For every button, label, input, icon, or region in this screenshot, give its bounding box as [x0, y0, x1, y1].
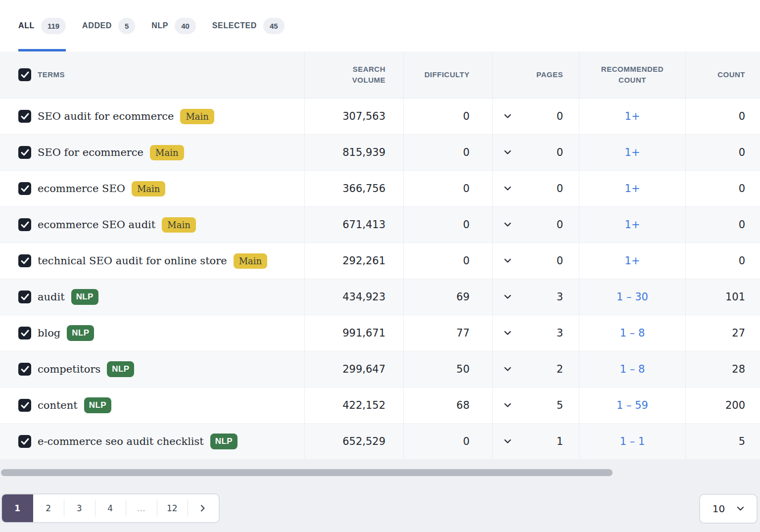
page-button-active[interactable]: 1	[2, 494, 33, 522]
chevron-down-icon[interactable]	[504, 439, 512, 444]
search-volume-cell: 307,563	[304, 98, 403, 134]
page-button[interactable]: 4	[95, 494, 126, 522]
chevron-down-icon[interactable]	[504, 331, 512, 336]
count-cell: 27	[685, 315, 760, 351]
recommended-cell: 1 – 8	[579, 351, 685, 387]
row-checkbox[interactable]	[18, 327, 31, 339]
recommended-link[interactable]: 1 – 8	[620, 327, 645, 339]
recommended-link[interactable]: 1 – 8	[620, 363, 645, 375]
chevron-right-icon	[200, 504, 205, 512]
term-badge: Main	[180, 109, 214, 124]
recommended-link[interactable]: 1 – 30	[617, 291, 648, 303]
tab-added[interactable]: ADDED 5	[82, 0, 135, 51]
page-button[interactable]: 12	[157, 494, 188, 522]
header-search-volume[interactable]: SEARCH VOLUME	[304, 51, 403, 98]
table-row: content NLP 422,152 68 5 1 – 59 200	[0, 387, 760, 424]
search-volume-cell: 292,261	[304, 243, 403, 279]
difficulty-value: 0	[463, 435, 470, 447]
select-all-checkbox[interactable]	[18, 68, 31, 81]
count-value: 28	[732, 363, 745, 375]
difficulty-value: 77	[456, 327, 470, 339]
difficulty-value: 0	[463, 183, 470, 194]
chevron-down-icon[interactable]	[504, 258, 512, 263]
difficulty-cell: 0	[403, 171, 492, 206]
horizontal-scrollbar-thumb[interactable]	[1, 469, 613, 476]
tab-count-badge: 119	[41, 18, 66, 34]
difficulty-value: 68	[456, 399, 470, 411]
term-badge: NLP	[67, 325, 94, 341]
pages-value: 2	[557, 363, 563, 375]
recommended-link[interactable]: 1+	[625, 219, 640, 231]
search-volume-value: 366,756	[342, 183, 385, 194]
search-volume-value: 815,939	[342, 146, 385, 158]
recommended-link[interactable]: 1+	[625, 110, 640, 122]
chevron-down-icon[interactable]	[504, 150, 512, 155]
terms-cell: technical SEO audit for online store Mai…	[0, 243, 304, 279]
search-volume-value: 671,413	[342, 219, 385, 231]
page-button[interactable]: 2	[33, 494, 64, 522]
term-label: e-commerce seo audit checklist	[38, 435, 204, 447]
count-value: 200	[725, 399, 745, 411]
recommended-link[interactable]: 1 – 1	[620, 435, 645, 447]
recommended-cell: 1+	[579, 98, 685, 134]
row-checkbox[interactable]	[18, 254, 31, 267]
chevron-down-icon[interactable]	[504, 294, 512, 299]
search-volume-cell: 991,671	[304, 315, 403, 351]
header-count[interactable]: COUNT	[685, 51, 760, 98]
table-footer: 1234…12 10	[0, 460, 760, 532]
difficulty-cell: 0	[403, 207, 492, 242]
row-checkbox[interactable]	[18, 290, 31, 303]
row-checkbox[interactable]	[18, 218, 31, 231]
terms-cell: blog NLP	[0, 315, 304, 351]
header-difficulty[interactable]: DIFFICULTY	[403, 51, 492, 98]
page-size-select[interactable]: 10	[699, 494, 758, 524]
chevron-down-icon[interactable]	[504, 114, 512, 119]
table-row: e-commerce seo audit checklist NLP 652,5…	[0, 424, 760, 460]
pages-value: 0	[557, 110, 563, 122]
pages-value: 1	[557, 435, 563, 447]
count-value: 0	[739, 110, 745, 122]
page-button[interactable]: 3	[64, 494, 95, 522]
difficulty-value: 0	[463, 110, 470, 122]
chevron-down-icon[interactable]	[504, 186, 512, 191]
header-pages[interactable]: PAGES	[492, 51, 579, 98]
tab-all[interactable]: ALL 119	[18, 0, 66, 51]
row-checkbox[interactable]	[18, 182, 31, 195]
chevron-down-icon[interactable]	[504, 403, 512, 408]
chevron-down-icon[interactable]	[504, 222, 512, 227]
tab-count-badge: 40	[175, 18, 196, 34]
row-checkbox[interactable]	[18, 363, 31, 376]
search-volume-cell: 652,529	[304, 424, 403, 459]
search-volume-value: 299,647	[342, 363, 385, 375]
difficulty-value: 0	[463, 146, 470, 158]
recommended-link[interactable]: 1+	[625, 146, 640, 158]
check-icon	[21, 113, 29, 120]
difficulty-cell: 0	[403, 135, 492, 170]
difficulty-cell: 69	[403, 279, 492, 315]
page-size-value: 10	[712, 503, 725, 515]
term-badge: NLP	[84, 397, 111, 413]
difficulty-value: 69	[456, 291, 470, 303]
pages-value: 0	[557, 255, 563, 267]
terms-cell: e-commerce seo audit checklist NLP	[0, 424, 304, 459]
header-recommended-count[interactable]: RECOMMENDED COUNT	[579, 51, 685, 98]
pages-value: 3	[557, 291, 563, 303]
row-checkbox[interactable]	[18, 110, 31, 123]
recommended-link[interactable]: 1+	[625, 183, 640, 194]
chevron-down-icon[interactable]	[504, 367, 512, 372]
recommended-cell: 1 – 1	[579, 424, 685, 459]
row-checkbox[interactable]	[18, 435, 31, 448]
row-checkbox[interactable]	[18, 399, 31, 412]
recommended-link[interactable]: 1 – 59	[617, 399, 648, 411]
tab-selected[interactable]: SELECTED 45	[212, 0, 285, 51]
check-icon	[21, 185, 29, 192]
table-row: SEO for ecommerce Main 815,939 0 0 1+ 0	[0, 135, 760, 171]
header-terms-label: TERMS	[38, 69, 65, 81]
term-badge: Main	[132, 181, 166, 196]
next-page-button[interactable]	[188, 494, 219, 522]
row-checkbox[interactable]	[18, 146, 31, 159]
tab-nlp[interactable]: NLP 40	[151, 0, 196, 51]
count-cell: 0	[685, 171, 760, 206]
recommended-link[interactable]: 1+	[625, 255, 640, 267]
count-cell: 0	[685, 243, 760, 279]
